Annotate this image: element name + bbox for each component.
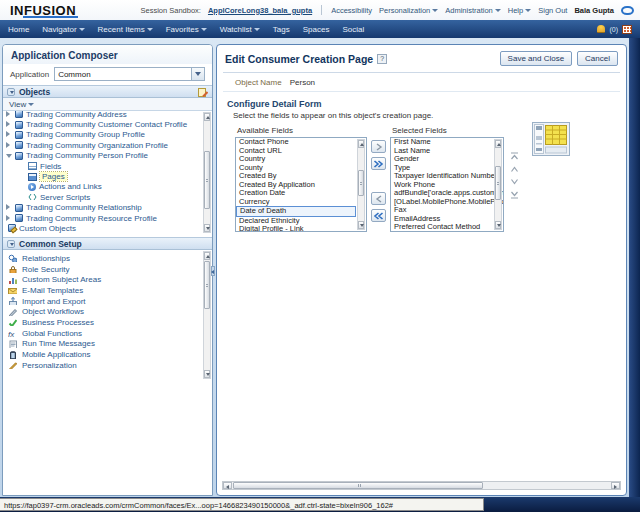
scroll-down-icon[interactable] [495, 221, 501, 229]
application-select[interactable]: Common [54, 67, 205, 81]
list-item[interactable]: Currency [236, 198, 357, 207]
scrollbar-thumb[interactable] [495, 166, 501, 200]
available-list-scrollbar[interactable] [357, 139, 365, 230]
panel-collapse-handle[interactable] [211, 266, 215, 276]
collapse-icon[interactable] [7, 240, 15, 248]
move-selected-button[interactable] [371, 140, 386, 153]
list-item-highlighted[interactable]: Date of Death [236, 206, 356, 217]
nav-watchlist[interactable]: Watchlist [220, 25, 260, 34]
list-item[interactable]: Relationships [8, 253, 200, 264]
selected-fields-list[interactable]: First Name Last Name Gender Type Taxpaye… [390, 137, 504, 232]
accessibility-link[interactable]: Accessibility [331, 6, 372, 15]
expand-icon[interactable] [6, 141, 12, 150]
list-item[interactable]: Import and Export [8, 296, 200, 307]
tree-item[interactable]: Trading Community Address [6, 111, 202, 119]
scroll-up-icon[interactable] [495, 140, 501, 148]
scroll-up-icon[interactable] [204, 113, 210, 121]
list-item[interactable]: Run Time Messages [8, 339, 200, 350]
move-to-top-button[interactable] [510, 152, 519, 160]
tree-item[interactable]: Custom Objects [6, 223, 202, 233]
help-menu[interactable]: Help [508, 6, 531, 15]
common-setup-scrollbar[interactable] [203, 251, 211, 379]
selected-list-scrollbar[interactable] [494, 139, 502, 230]
chat-bubble-icon[interactable] [621, 6, 634, 15]
scrollbar-thumb[interactable] [204, 261, 210, 309]
chevron-down-icon [201, 28, 207, 31]
scrollbar-thumb[interactable] [204, 151, 210, 209]
move-down-button[interactable] [510, 178, 519, 186]
view-menu-button[interactable]: View [9, 100, 34, 109]
tree-item[interactable]: Server Scripts [6, 192, 202, 202]
new-object-icon[interactable] [198, 87, 208, 97]
nav-home[interactable]: Home [8, 25, 29, 34]
list-item[interactable]: E-Mail Templates [8, 285, 200, 296]
tree-item[interactable]: Actions and Links [6, 182, 202, 192]
scrollbar-thumb[interactable] [233, 482, 483, 489]
list-item[interactable]: Date of Birth [391, 232, 494, 233]
list-item[interactable]: Business Processes [8, 317, 200, 328]
expand-icon[interactable] [6, 203, 12, 212]
scroll-right-icon[interactable] [611, 482, 620, 489]
worklist-grid-icon[interactable] [622, 25, 632, 34]
objects-section-header[interactable]: Objects [3, 85, 212, 98]
nav-social[interactable]: Social [342, 25, 364, 34]
list-item[interactable]: fxGlobal Functions [8, 328, 200, 339]
move-to-bottom-button[interactable] [510, 191, 519, 199]
nav-tags[interactable]: Tags [273, 25, 290, 34]
chevron-down-icon[interactable] [191, 68, 204, 80]
list-item[interactable]: Personalization [8, 360, 200, 371]
list-item[interactable]: Object Workflows [8, 306, 200, 317]
expand-icon[interactable] [6, 120, 12, 129]
tree-item[interactable]: Fields [6, 161, 202, 171]
scroll-up-icon[interactable] [358, 140, 364, 148]
nav-favorites[interactable]: Favorites [166, 25, 207, 34]
list-item[interactable]: Mobile Applications [8, 349, 200, 360]
collapse-icon[interactable] [7, 88, 15, 96]
administration-menu[interactable]: Administration [445, 6, 501, 15]
scroll-left-icon[interactable] [223, 482, 232, 489]
tree-item[interactable]: Trading Community Relationship [6, 203, 202, 213]
common-setup-list: Relationships Role Security Custom Subje… [3, 250, 212, 380]
list-item[interactable]: Custom Subject Areas [8, 274, 200, 285]
remove-selected-button[interactable] [371, 192, 386, 205]
sign-out-link[interactable]: Sign Out [538, 6, 567, 15]
notifications-bell-icon[interactable] [597, 25, 605, 33]
tree-item[interactable]: Trading Community Group Profile [6, 130, 202, 140]
tree-scrollbar[interactable] [203, 112, 211, 233]
scroll-down-icon[interactable] [204, 224, 210, 232]
tree-item[interactable]: Trading Community Organization Profile [6, 140, 202, 150]
scrollbar-thumb[interactable] [358, 170, 364, 196]
expand-icon[interactable] [6, 130, 12, 139]
move-all-button[interactable] [371, 157, 386, 170]
horizontal-scrollbar[interactable] [222, 481, 621, 490]
scroll-down-icon[interactable] [204, 370, 210, 378]
remove-all-button[interactable] [371, 209, 386, 222]
cancel-button[interactable]: Cancel [577, 51, 618, 66]
nav-spaces[interactable]: Spaces [303, 25, 330, 34]
expand-icon[interactable] [6, 214, 12, 223]
scroll-down-icon[interactable] [358, 221, 364, 229]
help-icon[interactable]: ? [377, 54, 387, 64]
tree-item-label: Trading Community Organization Profile [26, 141, 168, 150]
collapse-icon[interactable] [6, 151, 12, 160]
list-item[interactable]: Digital Profile - Link [236, 225, 357, 232]
move-up-button[interactable] [510, 165, 519, 173]
recent-items-label: Recent Items [98, 25, 145, 34]
personalization-menu[interactable]: Personalization [379, 6, 438, 15]
expand-icon[interactable] [6, 111, 12, 119]
logged-in-user: Bala Gupta [574, 6, 614, 15]
common-setup-header[interactable]: Common Setup [3, 237, 212, 250]
scroll-up-icon[interactable] [204, 252, 210, 260]
tree-item[interactable]: Trading Community Customer Contact Profi… [6, 119, 202, 129]
list-item[interactable]: adfBundle['oracle.apps.customerCenter.ap… [391, 189, 494, 206]
nav-navigator[interactable]: Navigator [42, 25, 84, 34]
tree-item[interactable]: Trading Community Person Profile [6, 151, 202, 161]
session-sandbox-link[interactable]: ApplCoreLong38_bala_gupta [208, 6, 312, 15]
pages-icon [28, 173, 37, 181]
tree-item-selected[interactable]: Pages [6, 171, 202, 181]
nav-recent-items[interactable]: Recent Items [98, 25, 153, 34]
available-fields-list[interactable]: Contact Phone Contact URL Country County… [235, 137, 367, 232]
tree-item[interactable]: Trading Community Resource Profile [6, 213, 202, 223]
list-item[interactable]: Role Security [8, 264, 200, 275]
save-and-close-button[interactable]: Save and Close [500, 51, 572, 66]
